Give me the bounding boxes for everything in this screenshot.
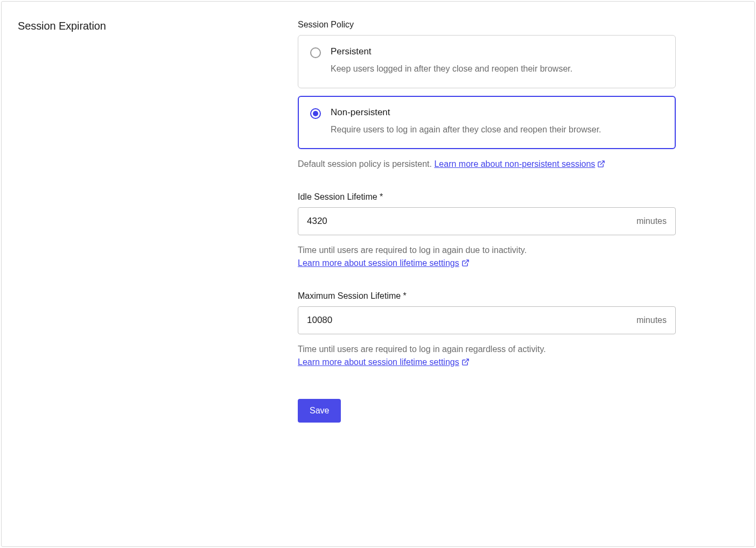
external-link-icon: [597, 159, 605, 167]
idle-helper: Time until users are required to log in …: [298, 244, 676, 270]
external-link-icon: [461, 258, 470, 266]
helper-text: Time until users are required to log in …: [298, 245, 527, 255]
session-policy-helper: Default session policy is persistent. Le…: [298, 158, 676, 171]
max-helper: Time until users are required to log in …: [298, 343, 676, 369]
learn-more-session-lifetime-link[interactable]: Learn more about session lifetime settin…: [298, 357, 470, 367]
learn-more-non-persistent-link[interactable]: Learn more about non-persistent sessions: [434, 159, 605, 168]
radio-option-persistent[interactable]: Persistent Keep users logged in after th…: [298, 35, 676, 88]
save-button[interactable]: Save: [298, 399, 341, 423]
helper-text: Default session policy is persistent.: [298, 159, 434, 168]
radio-option-desc: Keep users logged in after they close an…: [331, 62, 663, 76]
radio-option-title: Persistent: [331, 46, 663, 57]
session-policy-label: Session Policy: [298, 20, 676, 30]
radio-unchecked-icon: [310, 47, 321, 58]
learn-more-session-lifetime-link[interactable]: Learn more about session lifetime settin…: [298, 258, 470, 268]
session-expiration-panel: Session Expiration Session Policy Persis…: [1, 1, 755, 547]
minutes-suffix: minutes: [636, 216, 667, 226]
radio-option-non-persistent[interactable]: Non-persistent Require users to log in a…: [298, 96, 676, 149]
session-policy-radio-group: Persistent Keep users logged in after th…: [298, 35, 676, 149]
idle-session-lifetime-label: Idle Session Lifetime: [298, 192, 676, 202]
helper-text: Time until users are required to log in …: [298, 345, 546, 354]
radio-option-desc: Require users to log in again after they…: [331, 123, 663, 137]
external-link-icon: [461, 357, 470, 365]
radio-checked-icon: [310, 108, 321, 119]
maximum-session-lifetime-label: Maximum Session Lifetime: [298, 291, 676, 301]
maximum-session-lifetime-input[interactable]: [307, 315, 636, 326]
radio-option-title: Non-persistent: [331, 107, 663, 118]
minutes-suffix: minutes: [636, 315, 667, 325]
idle-session-lifetime-field[interactable]: minutes: [298, 207, 676, 235]
maximum-session-lifetime-field[interactable]: minutes: [298, 306, 676, 334]
idle-session-lifetime-input[interactable]: [307, 216, 636, 227]
section-title: Session Expiration: [18, 20, 276, 32]
